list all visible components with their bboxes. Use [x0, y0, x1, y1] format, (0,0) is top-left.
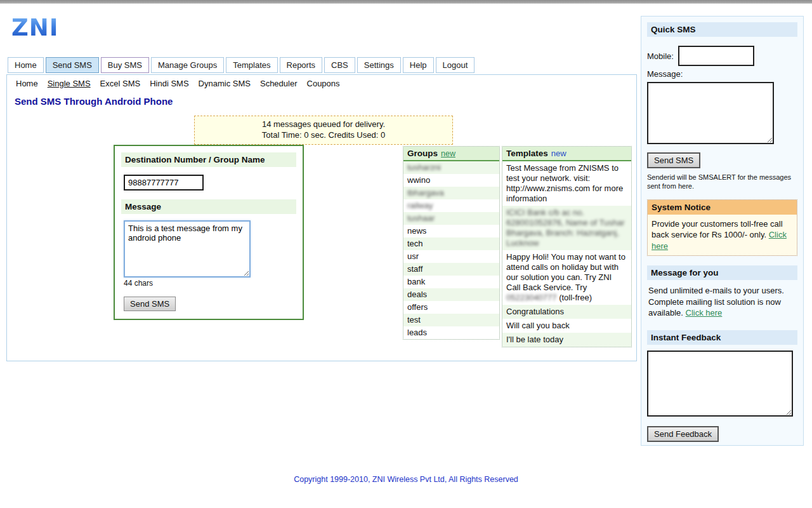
main-content-panel: HomeSingle SMSExcel SMSHindi SMSDynamic …: [6, 74, 637, 361]
tab-logout[interactable]: Logout: [436, 57, 475, 73]
tab-templates[interactable]: Templates: [226, 57, 277, 73]
subnav-item-coupons[interactable]: Coupons: [307, 79, 340, 88]
subnav-item-dynamic-sms[interactable]: Dynamic SMS: [199, 79, 251, 88]
mobile-label: Mobile:: [647, 51, 674, 61]
group-name: tech: [407, 239, 423, 248]
send-feedback-button[interactable]: Send Feedback: [647, 426, 719, 442]
group-name: leads: [407, 328, 427, 337]
template-row[interactable]: Happy Holi! You may not want to attend c…: [502, 250, 631, 305]
message-label: Message: [121, 199, 296, 214]
queue-status-notice: 14 messages queued for delivery. Total T…: [194, 116, 453, 145]
tab-home[interactable]: Home: [8, 57, 44, 73]
group-row-test[interactable]: test: [403, 314, 499, 326]
template-row[interactable]: I'll be late today: [502, 333, 631, 347]
browser-chrome-edge: [0, 0, 812, 4]
template-text: Will call you back: [506, 321, 570, 330]
send-sms-button[interactable]: Send SMS: [124, 297, 176, 311]
subnav-item-hindi-sms[interactable]: Hindi SMS: [150, 79, 188, 88]
group-row-news[interactable]: news: [403, 225, 499, 237]
template-text-blurred: ICICI Bank c/b ac no. 628001052876, Name…: [506, 208, 624, 248]
quick-sms-mobile-input[interactable]: [678, 46, 754, 66]
group-name: test: [407, 315, 421, 324]
group-name: tusharzni: [407, 163, 441, 172]
right-sidebar: Quick SMS Mobile: Message: Send SMS Send…: [641, 16, 804, 446]
queue-status-line2: Total Time: 0 sec. Credits Used: 0: [195, 130, 452, 141]
template-row[interactable]: ICICI Bank c/b ac no. 628001052876, Name…: [502, 206, 631, 250]
system-notice-body: Provide your customers toll-free call ba…: [648, 215, 797, 256]
group-row-tech[interactable]: tech: [403, 237, 499, 250]
instant-feedback-textarea[interactable]: [647, 351, 793, 417]
group-row-leads[interactable]: leads: [403, 326, 499, 339]
send-sms-form: Destination Number / Group Name Message …: [114, 145, 304, 320]
group-row-tusharzni[interactable]: tusharzni: [403, 161, 499, 174]
message-for-you-click-here-link[interactable]: Click here: [686, 308, 723, 318]
group-row-usr[interactable]: usr: [403, 250, 499, 263]
message-for-you-header: Message for you: [647, 265, 797, 280]
tab-buy-sms[interactable]: Buy SMS: [101, 57, 149, 73]
subnav-item-home[interactable]: Home: [16, 79, 38, 88]
main-nav-tabs: HomeSend SMSBuy SMSManage GroupsTemplate…: [8, 57, 475, 73]
groups-new-link[interactable]: new: [441, 149, 455, 158]
group-name: offers: [407, 302, 428, 312]
page-title: Send SMS Through Android Phone: [15, 96, 173, 107]
tab-help[interactable]: Help: [403, 57, 434, 73]
group-row-staff[interactable]: staff: [403, 263, 499, 276]
template-row[interactable]: Test Message from ZNISMS to test your ne…: [502, 161, 631, 206]
group-name: bank: [407, 277, 425, 286]
quick-sms-message-label: Message:: [647, 69, 797, 79]
quick-sms-send-button[interactable]: Send SMS: [647, 152, 700, 168]
char-count: 44 chars: [124, 279, 296, 288]
templates-title: Templates: [506, 149, 548, 158]
sub-nav: HomeSingle SMSExcel SMSHindi SMSDynamic …: [16, 79, 340, 88]
template-text: I'll be late today: [506, 335, 563, 344]
copyright-footer: Copyright 1999-2010, ZNI Wireless Pvt Lt…: [0, 475, 812, 484]
group-name: news: [407, 226, 426, 236]
template-row[interactable]: Congratulations: [502, 305, 631, 319]
group-row-deals[interactable]: deals: [403, 288, 499, 301]
template-text: Congratulations: [506, 307, 564, 316]
template-text: Happy Holi! You may not want to attend c…: [506, 252, 625, 292]
group-row-tbhargava[interactable]: tbhargava: [403, 187, 499, 199]
instant-feedback-header: Instant Feedback: [647, 330, 797, 345]
tab-settings[interactable]: Settings: [357, 57, 401, 73]
group-row-railway[interactable]: railway: [403, 199, 499, 212]
subnav-item-excel-sms[interactable]: Excel SMS: [100, 79, 141, 88]
destination-label: Destination Number / Group Name: [121, 152, 296, 167]
group-row-wwino[interactable]: wwino: [403, 174, 499, 187]
template-row[interactable]: Will call you back: [502, 319, 631, 333]
group-row-bank[interactable]: bank: [403, 276, 499, 288]
queue-status-line1: 14 messages queued for delivery.: [195, 119, 452, 130]
zni-logo: ZNI: [11, 14, 59, 41]
tab-cbs[interactable]: CBS: [324, 57, 355, 73]
group-name: deals: [407, 290, 427, 299]
groups-panel: Groupsnew tusharzniwwinotbhargavarailway…: [403, 146, 500, 340]
templates-header: Templatesnew: [502, 147, 631, 161]
tab-send-sms[interactable]: Send SMS: [46, 57, 99, 73]
groups-title: Groups: [407, 149, 438, 158]
groups-list: tusharzniwwinotbhargavarailwaytushaarnew…: [403, 161, 499, 339]
subnav-item-scheduler[interactable]: Scheduler: [260, 79, 298, 88]
group-name: usr: [407, 251, 419, 261]
subnav-item-single-sms[interactable]: Single SMS: [48, 79, 91, 88]
tab-reports[interactable]: Reports: [280, 57, 323, 73]
template-text-blurred: 05223040777: [506, 293, 557, 302]
group-name: tushaar: [407, 213, 435, 223]
group-name: wwino: [407, 175, 430, 185]
templates-panel: Templatesnew Test Message from ZNISMS to…: [502, 146, 632, 347]
senderid-note: Senderid will be SMSALERT for the messag…: [647, 173, 797, 191]
quick-sms-mobile-row: Mobile:: [647, 46, 797, 66]
quick-sms-message-textarea[interactable]: [647, 82, 774, 144]
destination-input[interactable]: [124, 175, 204, 190]
group-name: railway: [407, 201, 433, 210]
template-text: (toll-free): [557, 293, 593, 302]
quick-sms-header: Quick SMS: [647, 22, 797, 37]
message-for-you-body: Send unlimited e-mails to your users. Co…: [647, 280, 797, 320]
template-text: Test Message from ZNISMS to test your ne…: [506, 163, 623, 203]
group-row-tushaar[interactable]: tushaar: [403, 212, 499, 225]
tab-manage-groups[interactable]: Manage Groups: [151, 57, 224, 73]
groups-header: Groupsnew: [403, 147, 499, 161]
templates-new-link[interactable]: new: [551, 149, 566, 158]
group-row-offers[interactable]: offers: [403, 301, 499, 314]
group-name: tbhargava: [407, 188, 444, 197]
message-textarea[interactable]: This is a test message from my android p…: [124, 220, 251, 277]
